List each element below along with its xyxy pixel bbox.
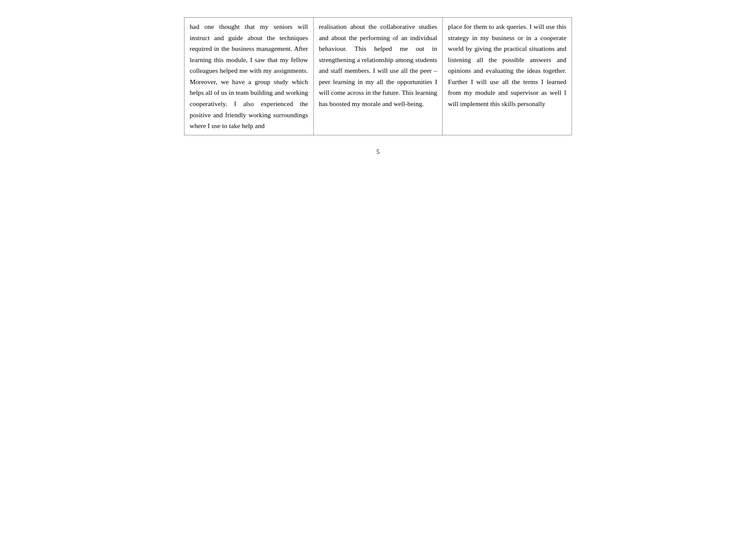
column-2: realisation about the collaborative stud…	[314, 18, 443, 135]
column-1: had one thought that my seniors will ins…	[184, 18, 314, 135]
page-container: had one thought that my seniors will ins…	[184, 17, 572, 156]
page-number: 5	[184, 148, 572, 156]
content-table: had one thought that my seniors will ins…	[184, 17, 572, 135]
table-row: had one thought that my seniors will ins…	[184, 18, 572, 135]
column-3: place for them to ask queries. I will us…	[443, 18, 572, 135]
